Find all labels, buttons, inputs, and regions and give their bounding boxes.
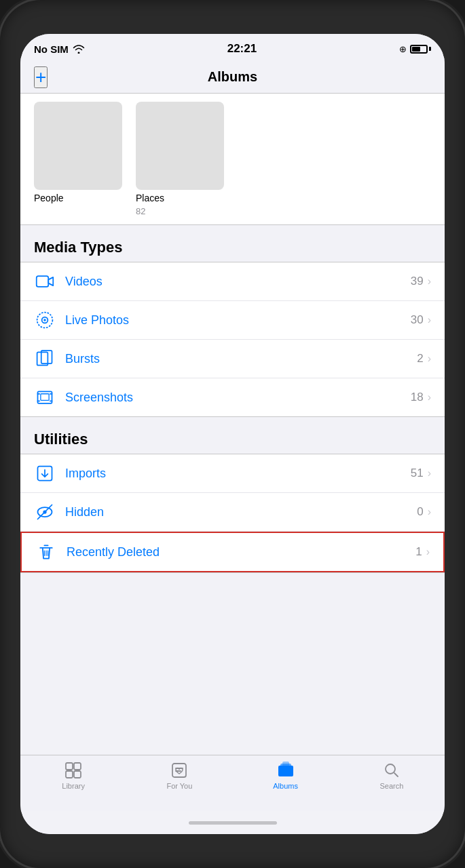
bursts-item[interactable]: Bursts 2 › <box>20 340 445 378</box>
utilities-section-header: Utilities <box>20 417 445 454</box>
battery-icon <box>410 45 431 54</box>
places-album-count: 82 <box>136 206 224 216</box>
svg-rect-0 <box>37 276 49 287</box>
hidden-chevron: › <box>428 506 431 518</box>
imports-count: 51 <box>411 467 424 480</box>
screenshots-label: Screenshots <box>65 391 411 405</box>
recently-deleted-chevron: › <box>426 546 430 558</box>
live-photos-chevron: › <box>428 314 431 326</box>
bursts-chevron: › <box>428 353 431 365</box>
utilities-list: Imports 51 › Hidden <box>20 454 445 573</box>
add-album-button[interactable]: + <box>34 66 48 88</box>
media-types-list: Videos 39 › Live Photos <box>20 262 445 417</box>
live-photos-item[interactable]: Live Photos 30 › <box>20 301 445 340</box>
screenshots-chevron: › <box>428 391 431 403</box>
people-album-thumb <box>34 102 122 190</box>
people-album[interactable]: People <box>34 102 122 216</box>
library-tab-icon <box>64 761 83 780</box>
recently-deleted-count: 1 <box>415 545 422 559</box>
carrier-label: No SIM <box>34 43 69 55</box>
bursts-label: Bursts <box>65 352 417 366</box>
tab-search[interactable]: Search <box>339 761 445 790</box>
imports-item[interactable]: Imports 51 › <box>20 454 445 493</box>
live-photos-count: 30 <box>411 313 424 327</box>
library-tab-label: Library <box>62 782 85 790</box>
albums-tab-label: Albums <box>273 782 298 790</box>
media-types-title: Media Types <box>34 239 122 256</box>
phone-shell: No SIM 22:21 ⊕ + Album <box>0 0 465 868</box>
svg-rect-16 <box>172 764 186 777</box>
burst-icon <box>34 348 56 370</box>
svg-rect-15 <box>74 771 81 778</box>
phone-screen: No SIM 22:21 ⊕ + Album <box>20 34 445 834</box>
people-album-label: People <box>34 193 122 203</box>
svg-rect-7 <box>41 394 49 401</box>
svg-rect-6 <box>38 391 52 403</box>
albums-tab-icon <box>276 761 295 780</box>
live-photo-icon <box>34 309 56 331</box>
videos-count: 39 <box>411 275 424 288</box>
videos-chevron: › <box>428 275 431 288</box>
places-album[interactable]: Places 82 <box>136 102 224 216</box>
recently-deleted-label: Recently Deleted <box>67 545 415 559</box>
page-title: Albums <box>208 69 257 85</box>
svg-point-11 <box>43 510 46 513</box>
live-photos-label: Live Photos <box>65 313 411 328</box>
hidden-count: 0 <box>417 505 423 519</box>
imports-label: Imports <box>65 467 411 481</box>
albums-top-row: People Places 82 <box>20 94 445 225</box>
videos-label: Videos <box>65 275 411 289</box>
search-tab-label: Search <box>379 782 403 790</box>
videos-item[interactable]: Videos 39 › <box>20 262 445 301</box>
tab-for-you[interactable]: For You <box>126 761 232 790</box>
status-left: No SIM <box>34 43 85 55</box>
screenshots-count: 18 <box>411 391 424 404</box>
status-bar: No SIM 22:21 ⊕ <box>20 34 445 64</box>
hidden-label: Hidden <box>65 505 417 519</box>
recently-deleted-item[interactable]: Recently Deleted 1 › <box>20 532 445 572</box>
svg-rect-13 <box>74 763 81 770</box>
tab-bar: Library For You <box>20 755 445 811</box>
status-time: 22:21 <box>227 42 257 56</box>
lock-icon: ⊕ <box>399 44 407 54</box>
imports-chevron: › <box>428 467 431 479</box>
hidden-icon <box>34 501 56 523</box>
home-indicator-area <box>20 811 445 834</box>
nav-header: + Albums <box>20 64 445 94</box>
tab-albums[interactable]: Albums <box>233 761 339 790</box>
places-album-label: Places <box>136 193 224 203</box>
screenshots-item[interactable]: Screenshots 18 › <box>20 378 445 416</box>
screenshot-icon <box>34 387 56 408</box>
import-icon <box>34 462 56 484</box>
battery-body <box>410 45 428 54</box>
hidden-item[interactable]: Hidden 0 › <box>20 493 445 532</box>
svg-point-20 <box>386 764 395 774</box>
places-album-thumb <box>136 102 224 190</box>
svg-rect-19 <box>282 762 289 768</box>
for-you-tab-label: For You <box>166 782 192 790</box>
video-icon <box>34 271 56 292</box>
home-indicator <box>189 821 277 825</box>
trash-icon <box>35 541 57 563</box>
wifi-icon <box>73 45 85 54</box>
battery-fill <box>412 47 420 52</box>
battery-tip <box>429 47 431 51</box>
search-tab-icon <box>382 761 401 780</box>
content-area: People Places 82 Media Types <box>20 94 445 755</box>
utilities-title: Utilities <box>34 431 88 448</box>
bursts-count: 2 <box>417 352 423 366</box>
media-types-section-header: Media Types <box>20 225 445 262</box>
tab-library[interactable]: Library <box>20 761 126 790</box>
list-area: People Places 82 Media Types <box>20 94 445 755</box>
svg-point-3 <box>43 319 46 321</box>
for-you-tab-icon <box>170 761 189 780</box>
status-right: ⊕ <box>399 44 431 54</box>
svg-rect-12 <box>66 763 73 770</box>
svg-rect-14 <box>66 771 73 778</box>
